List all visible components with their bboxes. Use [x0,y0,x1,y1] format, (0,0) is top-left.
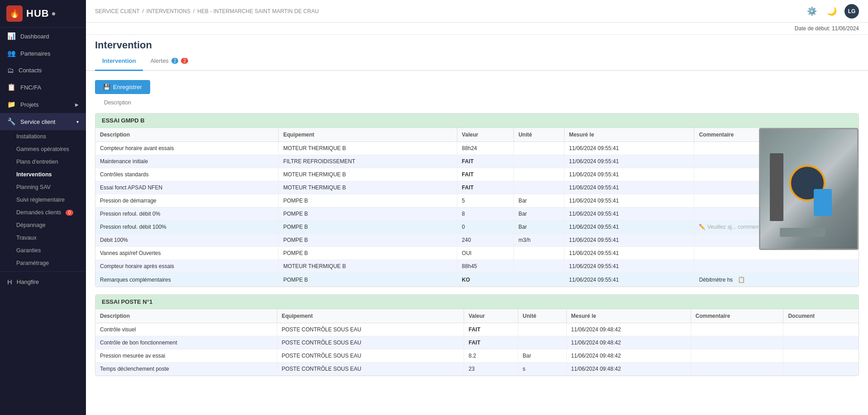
save-button[interactable]: 💾 Enregistrer [95,80,150,94]
cell-equipement: POSTE CONTRÔLE SOUS EAU [277,363,464,376]
cell-commentaire[interactable] [694,260,859,273]
moon-button[interactable]: 🌙 [825,4,839,19]
sidebar-sub-suivi[interactable]: Suivi réglementaire [0,193,86,206]
sidebar-item-hangfire[interactable]: H Hangfire [0,274,86,290]
cell-mesure: 11/06/2024 09:55:41 [564,260,694,273]
sidebar-sub-planning[interactable]: Planning SAV [0,181,86,193]
cell-document[interactable] [783,349,859,363]
cell-description: Essai fonct APSAD NFEN [95,181,279,194]
breadcrumb-interventions[interactable]: INTERVENTIONS [147,8,190,14]
cell-description: Remarques complémentaires [95,273,279,287]
sidebar-item-projets[interactable]: 📁 Projets ▶ [0,96,86,113]
user-avatar[interactable]: LG [844,4,859,19]
sidebar-sub-plans[interactable]: Plans d'entretien [0,156,86,168]
cell-commentaire[interactable] [691,363,783,376]
section-essai-poste-n1: ESSAI POSTE N°1 Description Equipement V… [95,294,859,376]
table-row: Maintenance initiale FILTRE REFROIDISSEM… [95,155,859,168]
description-label: Description [95,99,859,106]
tab-alertes[interactable]: Alertes 2 2 [143,51,195,71]
cell-valeur: FAIT [457,168,514,181]
cell-mesure: 11/06/2024 09:48:42 [566,363,691,376]
cell-commentaire[interactable] [691,349,783,363]
col-description: Description [95,309,277,323]
sidebar-item-service-client-label: Service client [20,118,55,125]
tab-alertes-label: Alertes [150,57,168,64]
table-row: Débit 100% POMPE B 240 m3/h 11/06/2024 0… [95,234,859,247]
sidebar: 🔥 HUB 📊 Dashboard 👥 Partenaires 🗂 Contac… [0,0,86,415]
col-mesure: Mesuré le [566,309,691,323]
breadcrumb-sep1: / [142,8,143,14]
table-row: Compteur horaire avant essais MOTEUR THE… [95,142,859,155]
cell-unite [514,168,564,181]
cell-mesure: 11/06/2024 09:48:42 [566,323,691,336]
table-row: Temps déclenchement poste POSTE CONTRÔLE… [95,363,859,376]
date-bar: Date de début: 11/06/2024 [86,23,868,35]
page-title-text: Intervention [95,39,152,51]
sidebar-item-dashboard[interactable]: 📊 Dashboard [0,28,86,45]
table-row: Essai fonct APSAD NFEN MOTEUR THERMIQUE … [95,181,859,194]
cell-document[interactable] [783,363,859,376]
cell-mesure: 11/06/2024 09:55:41 [564,181,694,194]
section-essai-gmpd-b: ESSAI GMPD B Description Equipement Vale… [95,113,859,287]
table-row: Contrôle visuel POSTE CONTRÔLE SOUS EAU … [95,323,859,336]
cell-description: Maintenance initiale [95,155,279,168]
sidebar-sub-interventions[interactable]: Interventions [0,168,86,181]
logo-dot [52,12,55,15]
cell-unite: m3/h [514,234,564,247]
cell-unite: Bar [518,349,566,363]
sidebar-item-partenaires[interactable]: 👥 Partenaires [0,45,86,62]
cell-commentaire[interactable] [691,323,783,336]
cell-unite [514,155,564,168]
sidebar-item-contacts[interactable]: 🗂 Contacts [0,62,86,79]
cell-description: Compteur horaire après essais [95,260,279,273]
settings-button[interactable]: ⚙️ [805,4,819,19]
cell-equipement: MOTEUR THERMIQUE B [279,260,457,273]
hub-logo-text: HUB [26,8,49,19]
sidebar-sub-depannage[interactable]: Dépannage [0,219,86,231]
edit-icon: ✏️ [699,224,706,230]
table-gmpd-b-header: Description Equipement Valeur Unité Mesu… [95,128,859,142]
cell-valeur: 8 [457,208,514,221]
sidebar-item-fnc[interactable]: 📋 FNC/FA [0,79,86,96]
cell-mesure: 11/06/2024 09:55:41 [564,273,694,287]
sidebar-item-hangfire-label: Hangfire [17,278,39,285]
photo-overlay [759,128,859,250]
sidebar-sub-travaux[interactable]: Travaux [0,231,86,244]
cell-commentaire[interactable] [691,336,783,349]
hub-logo-icon: 🔥 [6,5,23,22]
cell-mesure: 11/06/2024 09:55:41 [564,208,694,221]
save-icon: 💾 [103,84,110,90]
cell-equipement: MOTEUR THERMIQUE B [279,142,457,155]
cell-equipement: POMPE B [279,221,457,234]
cell-valeur: 0 [457,221,514,234]
sidebar-sub-demandes[interactable]: Demandes clients 0 [0,206,86,219]
sidebar-sub-installations[interactable]: Installations [0,130,86,143]
partenaires-icon: 👥 [7,49,16,57]
tabs-bar: Intervention Alertes 2 2 [86,51,868,71]
sidebar-sub-garanties[interactable]: Garanties [0,244,86,257]
sidebar-item-service-client[interactable]: 🔧 Service client ▾ [0,113,86,130]
table-poste-n1-body: Contrôle visuel POSTE CONTRÔLE SOUS EAU … [95,323,859,376]
tab-intervention[interactable]: Intervention [95,51,143,71]
cell-valeur: 8.2 [464,349,518,363]
breadcrumb-service-client[interactable]: SERVICE CLIENT [95,8,139,14]
cell-valeur: 240 [457,234,514,247]
cell-unite [514,181,564,194]
sidebar-sub-gammes[interactable]: Gammes opératoires [0,143,86,156]
cell-description: Contrôles standards [95,168,279,181]
cell-mesure: 11/06/2024 09:48:42 [566,349,691,363]
cell-unite [514,260,564,273]
cell-document[interactable] [783,323,859,336]
col-document: Document [783,309,859,323]
col-unite: Unité [518,309,566,323]
cell-document[interactable] [783,336,859,349]
cell-unite [514,247,564,260]
cell-description: Débit 100% [95,234,279,247]
cell-unite: Bar [514,194,564,208]
sidebar-item-partenaires-label: Partenaires [20,50,50,57]
table-row: Pression mesurée av essai POSTE CONTRÔLE… [95,349,859,363]
cell-commentaire[interactable]: Débitmètre hs 📋 [694,273,859,287]
sidebar-sub-parametrage[interactable]: Paramétrage [0,257,86,269]
col-description: Description [95,128,279,142]
copy-icon[interactable]: 📋 [738,276,745,283]
